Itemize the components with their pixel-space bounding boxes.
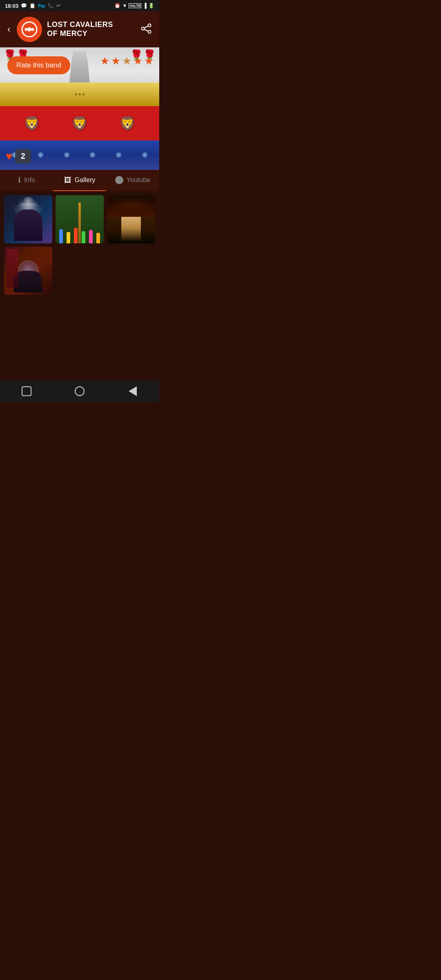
floral-5: ❋ [116,151,122,160]
svg-point-2 [25,28,28,31]
rate-band-button[interactable]: Rate this band [7,56,70,74]
nav-circle-icon [75,386,85,396]
tab-youtube-label: Youtube [127,176,150,184]
figure-silhouette-1 [14,209,43,241]
floral-4: ❋ [89,151,96,160]
star-5[interactable]: ★ [144,55,154,67]
tab-gallery[interactable]: 🖼 Gallery [53,170,106,191]
gallery-thumb-3 [107,195,155,243]
star-4[interactable]: ★ [133,55,143,67]
tab-info-label: Info [24,176,35,184]
signal-icon: ▐ [143,3,147,9]
status-left: 18:03 💬 📋 Pay 📞 ↩ [5,3,60,9]
tab-youtube[interactable]: ▶ Youtube [106,170,159,191]
logo-icon [21,21,38,38]
floral-2: ❋ [38,151,44,160]
band-name-text: LOST CAVALIERSOF MERCY [47,20,134,38]
gallery-item-4[interactable] [4,247,52,295]
nav-back-button[interactable] [19,384,34,399]
gallery-thumb-4 [4,247,52,295]
time-display: 18:03 [5,3,18,9]
nav-triangle-icon [129,386,137,396]
nav-square-icon [22,386,31,396]
tab-info[interactable]: ℹ Info [0,170,53,191]
whatsapp-icon: 💬 [21,3,27,9]
lion-1: 🦁 [24,116,40,131]
band-header: ‹ LOST CAVALIERSOF MERCY [0,11,159,47]
gallery-grid [0,191,159,299]
gallery-thumb-2 [56,195,104,243]
lion-3: 🦁 [119,116,136,131]
svg-point-3 [31,28,34,31]
info-tab-icon: ℹ [18,176,21,185]
gallery-item-2[interactable] [56,195,104,243]
svg-point-1 [27,27,31,31]
status-bar: 18:03 💬 📋 Pay 📞 ↩ ⏰ ▼ VoLTE ▐ 🔋 [0,0,159,11]
hero-artwork: 🌹🌹 🌹🌹 ⚜⚜⚜ 🦁 🦁 🦁 ❋ ❋ ❋ ❋ ❋ ❋ [0,47,159,170]
alarm-icon: ⏰ [114,3,120,9]
gallery-thumb-1 [4,195,52,243]
clipboard-icon: 📋 [29,3,36,9]
rating-stars[interactable]: ★ ★ ★ ★ ★ [100,55,154,67]
volte-icon: VoLTE [129,3,141,8]
svg-point-6 [142,27,145,30]
nav-home-button[interactable] [72,384,87,399]
gallery-item-3[interactable] [107,195,155,243]
star-2[interactable]: ★ [111,55,120,67]
star-1[interactable]: ★ [100,55,109,67]
tab-gallery-label: Gallery [75,176,96,184]
call-end-icon: ↩ [56,3,60,9]
status-right: ⏰ ▼ VoLTE ▐ 🔋 [114,3,154,9]
share-button[interactable] [139,21,154,38]
svg-point-5 [148,30,151,33]
phone-icon: 📞 [48,3,54,9]
tab-bar: ℹ Info 🖼 Gallery ▶ Youtube [0,170,159,191]
content-spacer [0,299,159,381]
battery-icon: 🔋 [148,3,154,9]
star-3[interactable]: ★ [122,55,131,67]
svg-line-8 [144,29,148,31]
hero-banner: 🌹🌹 🌹🌹 ⚜⚜⚜ 🦁 🦁 🦁 ❋ ❋ ❋ ❋ ❋ ❋ [0,47,159,170]
paytm-icon: Pay [38,4,45,8]
gallery-item-1[interactable] [4,195,52,243]
bottom-nav [0,381,159,402]
youtube-play-icon: ▶ [115,176,123,184]
nav-recent-button[interactable] [125,384,140,399]
lion-2: 🦁 [71,116,88,131]
heart-count-container: ♥ 2 [6,149,31,163]
back-button[interactable]: ‹ [6,22,12,36]
red-banner: 🦁 🦁 🦁 [0,106,159,140]
band-logo [17,17,42,42]
heart-icon[interactable]: ♥ [6,150,13,163]
count-badge: 2 [15,149,31,163]
svg-line-7 [144,26,148,28]
wifi-icon: ▼ [122,3,127,9]
floral-6: ❋ [142,151,148,160]
svg-point-4 [148,24,151,27]
gallery-tab-icon: 🖼 [64,176,71,185]
floral-3: ❋ [64,151,70,160]
